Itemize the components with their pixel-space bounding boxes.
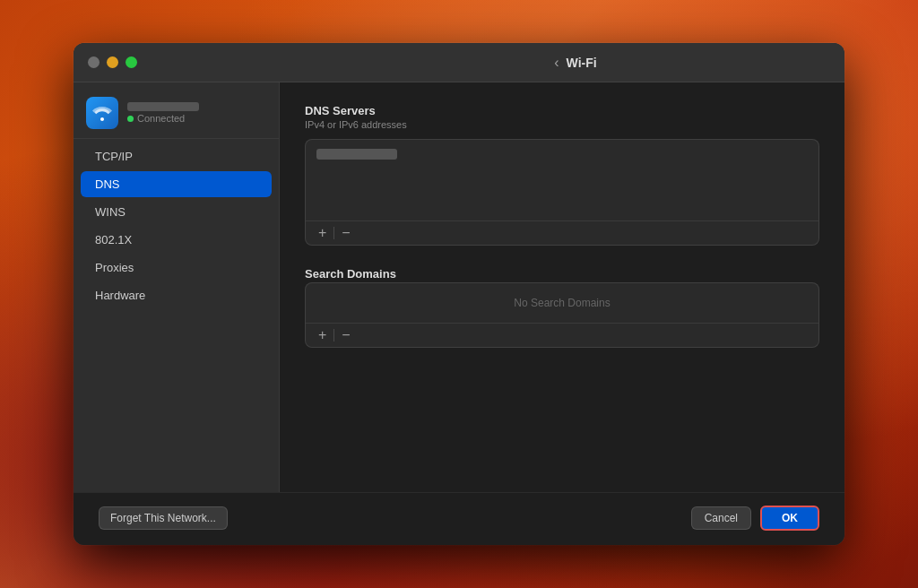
status-dot (127, 116, 134, 122)
main-window: ‹ Wi-Fi Connected (74, 43, 844, 545)
sidebar: Connected TCP/IP DNS WINS 802.1X Proxies… (74, 82, 280, 492)
search-domains-box: No Search Domains + − (305, 282, 819, 348)
dns-section-title: DNS Servers (305, 104, 819, 117)
search-domains-list: No Search Domains (306, 283, 818, 323)
cancel-button[interactable]: Cancel (691, 506, 751, 530)
sidebar-item-tcpip[interactable]: TCP/IP (81, 143, 272, 169)
wifi-icon (92, 105, 112, 121)
search-domains-footer: + − (306, 323, 818, 347)
minimize-button[interactable] (107, 56, 118, 68)
main-content: Connected TCP/IP DNS WINS 802.1X Proxies… (74, 82, 844, 492)
footer-right: Cancel OK (691, 506, 819, 531)
traffic-lights (74, 56, 137, 68)
search-domains-title: Search Domains (305, 267, 819, 281)
dns-section-subtitle: IPv4 or IPv6 addresses (305, 119, 819, 130)
title-bar: ‹ Wi-Fi (74, 43, 844, 82)
sidebar-item-proxies[interactable]: Proxies (81, 255, 272, 281)
network-item[interactable]: Connected (74, 90, 279, 139)
network-name-blurred (127, 102, 199, 111)
back-button[interactable]: ‹ (554, 55, 559, 71)
network-info: Connected (127, 102, 199, 124)
forget-network-button[interactable]: Forget This Network... (99, 506, 228, 530)
dns-entry-blurred (316, 149, 397, 160)
search-domains-btn-divider (333, 329, 334, 342)
sidebar-item-8021x[interactable]: 802.1X (81, 227, 272, 253)
dns-remove-button[interactable]: − (338, 226, 353, 240)
search-domains-section: Search Domains No Search Domains + − (305, 267, 819, 348)
detail-panel: DNS Servers IPv4 or IPv6 addresses + − S… (280, 82, 844, 492)
search-domains-remove-button[interactable]: − (338, 328, 353, 342)
no-search-domains-label: No Search Domains (514, 297, 610, 309)
search-domains-add-button[interactable]: + (315, 328, 330, 342)
footer: Forget This Network... Cancel OK (74, 492, 844, 545)
maximize-button[interactable] (126, 56, 137, 68)
ok-button[interactable]: OK (760, 506, 819, 531)
dns-box-footer: + − (306, 220, 818, 245)
window-title: Wi-Fi (567, 56, 597, 70)
title-bar-center: ‹ Wi-Fi (74, 55, 844, 71)
sidebar-item-dns[interactable]: DNS (81, 171, 272, 197)
close-button[interactable] (88, 56, 100, 68)
sidebar-item-hardware[interactable]: Hardware (81, 282, 272, 308)
wifi-icon-container (86, 97, 118, 129)
status-text: Connected (137, 113, 185, 124)
dns-entries (306, 140, 818, 220)
dns-section: DNS Servers IPv4 or IPv6 addresses + − (305, 104, 819, 246)
sidebar-item-wins[interactable]: WINS (81, 199, 272, 225)
network-status: Connected (127, 113, 199, 124)
dns-add-button[interactable]: + (315, 226, 330, 240)
dns-btn-divider (333, 227, 334, 239)
dns-box: + − (305, 139, 819, 246)
